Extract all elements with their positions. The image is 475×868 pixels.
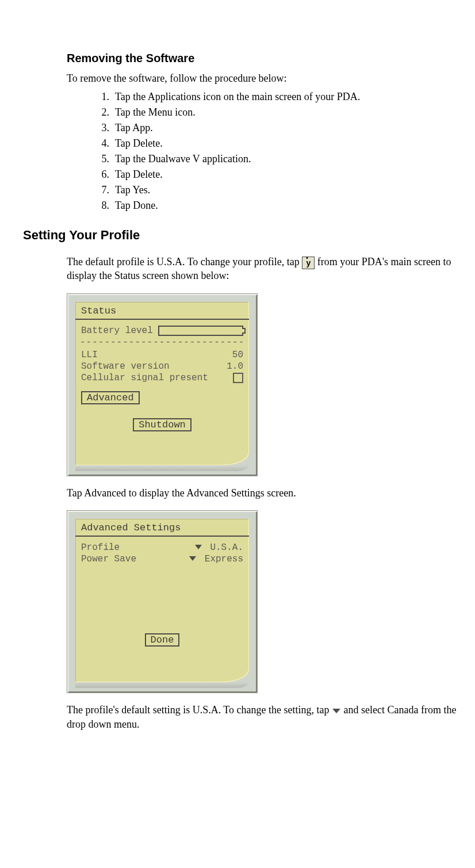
section-heading-profile: Setting Your Profile — [23, 228, 475, 243]
step-text: Tap the Menu icon. — [115, 106, 196, 118]
profile-row: Profile U.S.A. — [81, 542, 243, 553]
dropdown-arrow-icon[interactable] — [189, 556, 197, 561]
cellular-signal-row: Cellular signal present — [81, 373, 243, 383]
list-number: 1. — [92, 91, 115, 103]
svg-marker-1 — [189, 556, 196, 561]
pda-screen: Advanced Settings Profile U.S.A. Power S… — [75, 519, 249, 682]
divider — [75, 536, 249, 537]
step-text: Tap the Applications icon on the main sc… — [115, 91, 360, 103]
power-save-value: Express — [205, 554, 243, 564]
list-item: 7.Tap Yes. — [92, 184, 475, 196]
paragraph-text: The default profile is U.S.A. To change … — [67, 256, 302, 267]
shutdown-button[interactable]: Shutdown — [133, 418, 191, 431]
done-button[interactable]: Done — [145, 633, 180, 647]
list-item: 4.Tap Delete. — [92, 137, 475, 150]
step-text: Tap the Dualwave V application. — [115, 153, 251, 165]
list-item: 5.Tap the Dualwave V application. — [92, 153, 475, 165]
battery-tip-icon — [242, 328, 246, 334]
software-version-value: 1.0 — [227, 361, 243, 372]
software-version-row: Software version 1.0 — [81, 361, 243, 372]
paragraph-text: The profile's default setting is U.S.A. … — [67, 704, 332, 716]
cellular-signal-label: Cellular signal present — [81, 373, 208, 383]
status-app-icon: y — [302, 257, 315, 269]
dropdown-arrow-icon — [332, 704, 341, 717]
step-text: Tap Delete. — [115, 137, 163, 150]
removal-steps-list: 1.Tap the Applications icon on the main … — [92, 91, 475, 212]
list-item: 2.Tap the Menu icon. — [92, 106, 475, 118]
divider-dashed: ---------------------------- — [80, 337, 244, 347]
status-screen-screenshot: Status Battery level -------------------… — [67, 293, 258, 476]
lli-label: LLI — [81, 350, 98, 360]
list-item: 6.Tap Delete. — [92, 169, 475, 181]
screen-title: Status — [81, 304, 243, 318]
profile-paragraph-1: The default profile is U.S.A. To change … — [67, 255, 469, 282]
battery-row: Battery level — [81, 326, 243, 336]
power-save-value-group: Express — [186, 554, 243, 564]
list-item: 1.Tap the Applications icon on the main … — [92, 91, 475, 103]
step-text: Tap Delete. — [115, 169, 163, 181]
list-number: 8. — [92, 200, 115, 212]
list-number: 5. — [92, 153, 115, 165]
list-item: 8.Tap Done. — [92, 200, 475, 212]
profile-paragraph-3: The profile's default setting is U.S.A. … — [67, 703, 469, 731]
profile-value: U.S.A. — [210, 542, 243, 553]
screen-title: Advanced Settings — [81, 521, 243, 534]
advanced-button[interactable]: Advanced — [81, 391, 140, 404]
lli-value: 50 — [232, 350, 243, 360]
document-page: Removing the Software To remove the soft… — [0, 0, 475, 771]
list-number: 6. — [92, 169, 115, 181]
intro-paragraph: To remove the software, follow the proce… — [67, 72, 469, 85]
pda-screen: Status Battery level -------------------… — [75, 302, 249, 465]
svg-marker-0 — [195, 545, 202, 549]
profile-label: Profile — [81, 542, 120, 553]
software-version-label: Software version — [81, 361, 170, 372]
profile-value-group: U.S.A. — [192, 542, 243, 553]
list-number: 2. — [92, 106, 115, 118]
cellular-signal-checkbox[interactable] — [233, 373, 243, 383]
battery-level-bar — [158, 326, 243, 336]
list-number: 4. — [92, 137, 115, 150]
advanced-settings-screenshot: Advanced Settings Profile U.S.A. Power S… — [67, 510, 258, 693]
power-save-row: Power Save Express — [81, 554, 243, 564]
svg-marker-2 — [332, 709, 340, 713]
shadow — [75, 465, 249, 471]
list-number: 3. — [92, 122, 115, 134]
power-save-label: Power Save — [81, 554, 136, 564]
step-text: Tap Done. — [115, 200, 158, 212]
dropdown-arrow-icon[interactable] — [194, 544, 202, 550]
shadow — [75, 682, 249, 688]
profile-paragraph-2: Tap Advanced to display the Advanced Set… — [67, 487, 469, 500]
step-text: Tap App. — [115, 122, 153, 134]
done-button-row: Done — [81, 633, 243, 647]
section-heading-removing: Removing the Software — [67, 52, 475, 65]
step-text: Tap Yes. — [115, 184, 150, 196]
advanced-button-row: Advanced — [81, 391, 243, 404]
lli-row: LLI 50 — [81, 350, 243, 360]
shutdown-button-row: Shutdown — [81, 418, 243, 431]
battery-label: Battery level — [81, 326, 153, 336]
list-number: 7. — [92, 184, 115, 196]
list-item: 3.Tap App. — [92, 122, 475, 134]
divider — [75, 319, 249, 320]
